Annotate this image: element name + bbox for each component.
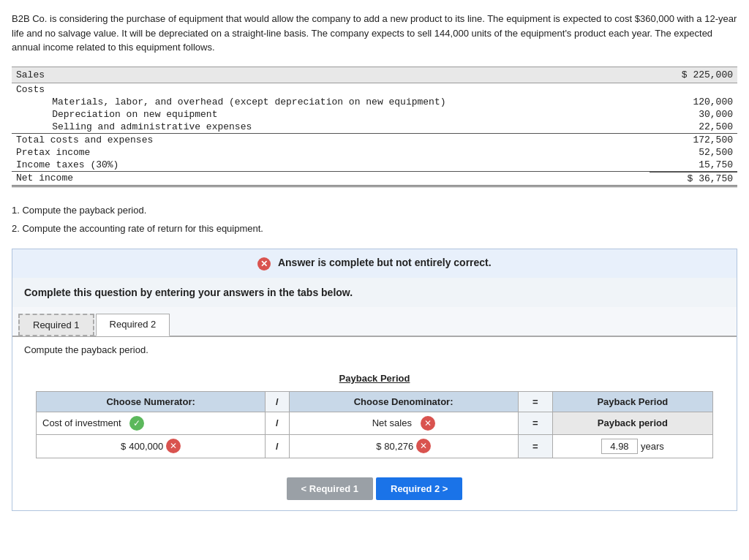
row1-denominator-cell: Net sales ✕ — [289, 412, 518, 434]
table-row-netincome: Net income $ 36,750 — [12, 172, 737, 186]
table-row-materials: Materials, labor, and overhead (except d… — [12, 96, 737, 108]
payback-label-row: Cost of investment ✓ / Net sales ✕ — [37, 412, 713, 434]
table-row-depreciation: Depreciation on new equipment 30,000 — [12, 108, 737, 121]
sales-amount: $ 225,000 — [650, 67, 737, 83]
tab2-label: Required 2 — [110, 319, 157, 330]
payback-period-table: Choose Numerator: / Choose Denominator: … — [36, 391, 713, 458]
row2-result-value: 4.98 years — [601, 439, 664, 454]
answer-banner: ✕ Answer is complete but not entirely co… — [12, 249, 737, 278]
tabs-row: Required 1 Required 2 — [12, 307, 737, 337]
table-row-selling: Selling and administrative expenses 22,5… — [12, 121, 737, 134]
materials-amount: 120,000 — [650, 96, 737, 108]
row1-equals: = — [518, 412, 552, 434]
tab1-label: Required 1 — [33, 319, 80, 330]
row1-numerator-input: Cost of investment ✓ — [42, 416, 144, 431]
row2-numerator-cell: $ 400,000 ✕ — [37, 434, 266, 458]
row2-numerator-val: 400,000 — [129, 441, 163, 452]
x-icon-row2-num: ✕ — [166, 439, 181, 453]
costs-amount — [650, 83, 737, 96]
tab-required-2[interactable]: Required 2 — [96, 314, 170, 336]
question-2: 2. Compute the accounting rate of return… — [12, 220, 737, 237]
row2-equals: = — [518, 434, 552, 458]
total-label: Total costs and expenses — [12, 133, 650, 146]
row1-denominator-input: Net sales ✕ — [372, 416, 435, 431]
nav-buttons: < Required 1 Required 2 > — [24, 470, 725, 503]
pretax-amount: 52,500 — [650, 146, 737, 159]
col-slash-header: / — [266, 391, 289, 412]
payback-header-row: Choose Numerator: / Choose Denominator: … — [37, 391, 713, 412]
intro-paragraph: B2B Co. is considering the purchase of e… — [12, 12, 737, 55]
row1-label: Cost of investment — [42, 417, 121, 428]
table-row-pretax: Pretax income 52,500 — [12, 146, 737, 159]
complete-box: Complete this question by entering your … — [12, 278, 737, 307]
netincome-label: Net income — [12, 172, 650, 186]
pretax-label: Pretax income — [12, 146, 650, 159]
row1-result-cell: Payback period — [552, 412, 712, 434]
costs-label: Costs — [12, 83, 650, 96]
sales-label: Sales — [12, 67, 650, 83]
selling-amount: 22,500 — [650, 121, 737, 134]
row1-denom-label: Net sales — [372, 417, 412, 428]
total-amount: 172,500 — [650, 133, 737, 146]
prev-button[interactable]: < Required 1 — [287, 477, 373, 500]
check-icon-row1: ✓ — [129, 416, 144, 431]
answer-banner-text: Answer is complete but not entirely corr… — [278, 257, 492, 268]
col-result-header: Payback Period — [552, 391, 712, 412]
materials-label: Materials, labor, and overhead (except d… — [12, 96, 650, 108]
col-numerator-header: Choose Numerator: — [37, 391, 266, 412]
row2-denominator-value: $ 80,276 ✕ — [376, 439, 431, 453]
selling-label: Selling and administrative expenses — [12, 121, 650, 134]
row1-slash: / — [266, 412, 289, 434]
row2-slash: / — [266, 434, 289, 458]
row2-denom-val: 80,276 — [384, 441, 413, 452]
row2-dollar2: $ — [376, 441, 381, 452]
x-icon-row2-denom: ✕ — [416, 439, 431, 453]
complete-instruction: Complete this question by entering your … — [24, 287, 725, 298]
row2-result-cell: 4.98 years — [552, 434, 712, 458]
result-unit: years — [641, 441, 664, 452]
tabs-container: Required 1 Required 2 Compute the paybac… — [12, 307, 737, 511]
netincome-amount: $ 36,750 — [650, 172, 737, 186]
payback-title: Payback Period — [36, 373, 713, 384]
table-row-costs: Costs — [12, 83, 737, 96]
x-icon-row1-denom: ✕ — [421, 416, 435, 431]
table-row-total: Total costs and expenses 172,500 — [12, 133, 737, 146]
depreciation-amount: 30,000 — [650, 108, 737, 121]
tab1-content-area: Compute the payback period. Payback Peri… — [12, 337, 737, 510]
row1-numerator-cell: Cost of investment ✓ — [37, 412, 266, 434]
payback-value-row: $ 400,000 ✕ / $ 80,276 ✕ — [37, 434, 713, 458]
question-1: 1. Compute the payback period. — [12, 202, 737, 219]
payback-section: Payback Period Choose Numerator: / Choos… — [24, 364, 725, 470]
taxes-label: Income taxes (30%) — [12, 159, 650, 172]
row2-denominator-cell: $ 80,276 ✕ — [289, 434, 518, 458]
taxes-amount: 15,750 — [650, 159, 737, 172]
row2-dollar1: $ — [121, 441, 126, 452]
next-button[interactable]: Required 2 > — [376, 477, 462, 500]
col-equals-header: = — [518, 391, 552, 412]
questions-section: 1. Compute the payback period. 2. Comput… — [12, 202, 737, 238]
table-row-sales: Sales $ 225,000 — [12, 67, 737, 83]
tab-instruction: Compute the payback period. — [24, 344, 725, 355]
col-denominator-header: Choose Denominator: — [289, 391, 518, 412]
table-row-taxes: Income taxes (30%) 15,750 — [12, 159, 737, 172]
row2-numerator-value: $ 400,000 ✕ — [121, 439, 181, 453]
depreciation-label: Depreciation on new equipment — [12, 108, 650, 121]
income-statement-table: Sales $ 225,000 Costs Materials, labor, … — [12, 67, 737, 187]
error-icon: ✕ — [257, 257, 271, 270]
tab-required-1[interactable]: Required 1 — [18, 314, 94, 336]
result-value[interactable]: 4.98 — [601, 439, 638, 454]
